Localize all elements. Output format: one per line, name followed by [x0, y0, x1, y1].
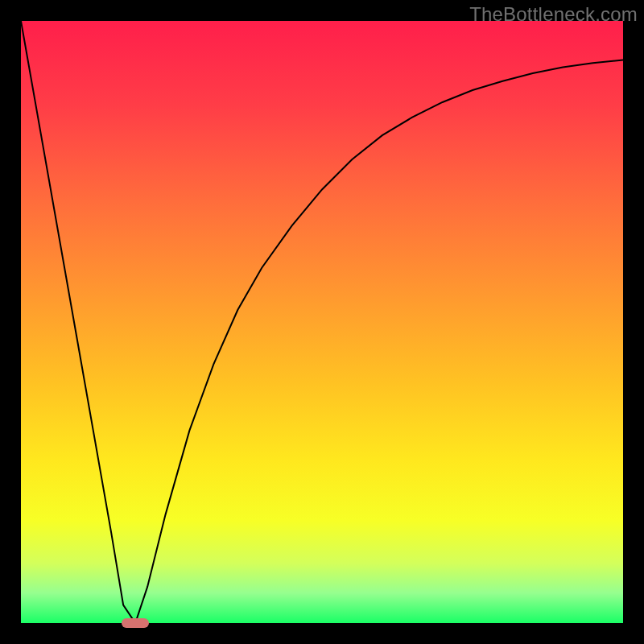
chart-frame: TheBottleneck.com	[0, 0, 644, 644]
optimal-marker	[122, 618, 149, 628]
bottleneck-curve	[21, 21, 623, 623]
plot-area	[21, 21, 623, 623]
